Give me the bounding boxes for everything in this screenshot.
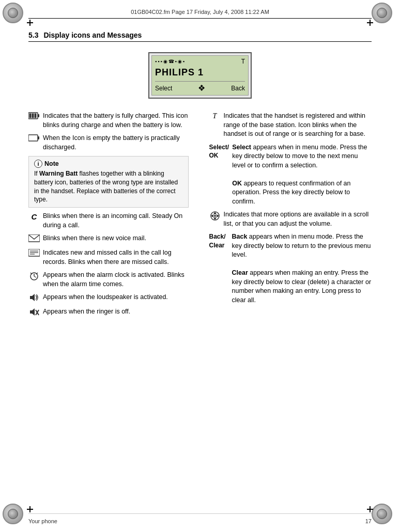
svg-line-14: [34, 276, 36, 277]
battery-empty-icon: [28, 134, 40, 143]
ringer-off-text: Appears when the ringer is off.: [43, 307, 130, 317]
phone-status-bar: ▪ ▪ ▪ ◉ ☎ ▪ ◉ ▪ T: [155, 58, 245, 65]
phone-screen: ▪ ▪ ▪ ◉ ☎ ▪ ◉ ▪ T PHILIPS 1 Select ❖ Bac…: [151, 55, 249, 96]
top-divider: [28, 18, 372, 19]
svg-line-15: [30, 273, 32, 274]
svg-line-16: [36, 273, 38, 274]
select-ok-label: Select/OK: [209, 143, 229, 161]
back-clear-entry: Back/Clear Back appears when in menu mod…: [209, 232, 372, 305]
alarm-text: Appears when the alarm clock is activate…: [43, 271, 189, 289]
main-content: 5.3 Display icons and Messages ▪ ▪ ▪ ◉ ☎…: [28, 23, 372, 509]
phone-display-mockup: ▪ ▪ ▪ ◉ ☎ ▪ ◉ ▪ T PHILIPS 1 Select ❖ Bac…: [148, 52, 252, 99]
call-icon: C: [28, 212, 40, 221]
alarm-entry: Appears when the alarm clock is activate…: [28, 271, 189, 289]
svg-rect-3: [32, 114, 34, 118]
left-column: Indicates that the battery is fully char…: [28, 112, 194, 323]
svg-point-26: [214, 215, 216, 217]
svg-rect-1: [38, 114, 39, 117]
calllog-entry: Indicates new and missed calls in the ca…: [28, 248, 189, 267]
softkey-left-label: Select: [155, 85, 172, 92]
corner-decoration-tl: [3, 3, 28, 28]
note-content: If Warning Batt flashes together with a …: [34, 169, 183, 204]
right-column: T Indicates that the handset is register…: [207, 112, 372, 323]
select-ok-text: Select appears when in menu mode. Press …: [232, 143, 372, 207]
battery-full-icon: [28, 112, 40, 121]
phone-icon-3: ▪: [160, 59, 162, 64]
phone-icon-2: ▪: [158, 59, 159, 64]
top-bar: 01GB04C02.fm Page 17 Friday, July 4, 200…: [31, 5, 369, 18]
phone-icon-4: ◉: [163, 59, 167, 64]
phone-display-name: PHILIPS 1: [155, 67, 245, 78]
phone-icon-1: ▪: [155, 59, 157, 64]
footer: Your phone 17: [28, 518, 372, 524]
section-title: Display icons and Messages: [43, 31, 142, 39]
note-icon: i: [34, 160, 42, 168]
phone-signal-icon: T: [241, 58, 245, 65]
back-clear-label: Back/Clear: [209, 232, 229, 250]
note-title: Note: [44, 160, 59, 167]
loudspeaker-text: Appears when the loudspeaker is activate…: [43, 293, 168, 302]
call-entry: C Blinks when there is an incoming call.…: [28, 212, 189, 230]
bottom-divider: [28, 513, 372, 514]
corner-decoration-br: [372, 504, 397, 529]
scroll-text: Indicates that more options are availabl…: [224, 210, 372, 228]
battery-empty-text: When the Icon is empty the battery is pr…: [43, 134, 189, 152]
handset-range-text: Indicates that the handset is registered…: [224, 112, 372, 139]
softkey-right-label: Back: [231, 85, 245, 92]
handset-range-icon: T: [209, 112, 221, 120]
alarm-icon: [28, 271, 40, 282]
phone-icons-row: ▪ ▪ ▪ ◉ ☎ ▪ ◉ ▪: [155, 59, 184, 64]
svg-marker-17: [30, 294, 35, 301]
filename-label: 01GB04C02.fm Page 17 Friday, July 4, 200…: [131, 9, 269, 15]
voicemail-entry: Blinks when there is new voice mail.: [28, 234, 189, 244]
back-clear-text: Back appears when in menu mode. Press th…: [232, 232, 372, 305]
corner-decoration-bl: [3, 504, 28, 529]
note-header: i Note: [34, 160, 183, 168]
ringer-off-icon: [28, 308, 40, 319]
phone-icon-6: ▪: [175, 59, 177, 64]
footer-left-label: Your phone: [28, 518, 57, 524]
scroll-entry: Indicates that more options are availabl…: [209, 210, 372, 228]
handset-range-entry: T Indicates that the handset is register…: [209, 112, 372, 139]
select-ok-entry: Select/OK Select appears when in menu mo…: [209, 143, 372, 207]
battery-empty-entry: When the Icon is empty the battery is pr…: [28, 134, 189, 152]
calllog-icon: [28, 249, 40, 259]
svg-rect-2: [29, 114, 32, 118]
footer-right-page: 17: [365, 518, 372, 524]
phone-icon-7: ◉: [178, 59, 182, 64]
voicemail-text: Blinks when there is new voice mail.: [43, 234, 146, 243]
svg-rect-5: [28, 135, 38, 141]
battery-full-text: Indicates that the battery is fully char…: [43, 112, 189, 130]
phone-icon-8: ▪: [183, 59, 184, 64]
note-box: i Note If Warning Batt flashes together …: [28, 156, 189, 208]
corner-decoration-tr: [372, 3, 397, 28]
loudspeaker-icon: [28, 293, 40, 303]
voicemail-icon: [28, 234, 40, 244]
softkey-nav-icon: ❖: [198, 83, 205, 93]
section-number: 5.3: [28, 31, 38, 39]
icons-description-grid: Indicates that the battery is fully char…: [28, 112, 372, 323]
svg-rect-4: [35, 114, 37, 118]
calllog-text: Indicates new and missed calls in the ca…: [43, 248, 189, 267]
battery-full-entry: Indicates that the battery is fully char…: [28, 112, 189, 130]
phone-softkeys: Select ❖ Back: [155, 81, 245, 93]
svg-rect-6: [38, 136, 39, 139]
section-header: 5.3 Display icons and Messages: [28, 31, 372, 42]
scroll-icon: [209, 211, 221, 223]
ringer-off-entry: Appears when the ringer is off.: [28, 307, 189, 319]
call-text: Blinks when there is an incoming call. S…: [43, 212, 189, 230]
loudspeaker-entry: Appears when the loudspeaker is activate…: [28, 293, 189, 303]
svg-marker-18: [30, 308, 35, 316]
phone-icon-5: ☎: [168, 59, 174, 64]
